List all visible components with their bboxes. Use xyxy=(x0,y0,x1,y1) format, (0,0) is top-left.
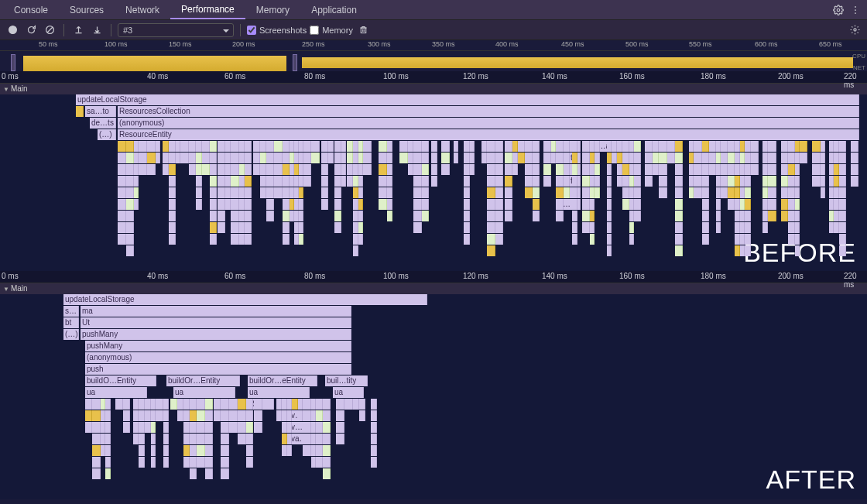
flame-sliver[interactable] xyxy=(254,410,262,421)
flame-sliver[interactable] xyxy=(239,234,245,245)
flame-sliver[interactable] xyxy=(788,141,795,152)
flame-sliver[interactable] xyxy=(512,141,518,152)
flame-sliver[interactable] xyxy=(762,153,768,163)
flame-sliver[interactable] xyxy=(572,234,577,245)
flame-block[interactable]: buildOr…eEntity xyxy=(248,375,317,386)
flame-sliver[interactable] xyxy=(634,199,641,210)
flame-sliver[interactable] xyxy=(464,234,470,245)
flame-sliver[interactable] xyxy=(495,211,503,221)
flame-sliver[interactable] xyxy=(282,434,287,444)
flame-sliver[interactable] xyxy=(190,457,197,468)
flame-sliver[interactable] xyxy=(533,176,540,187)
flame-sliver[interactable] xyxy=(795,245,800,256)
flame-sliver[interactable] xyxy=(607,176,612,187)
flame-sliver[interactable] xyxy=(839,153,846,163)
main-thread-label[interactable]: Main xyxy=(0,84,867,94)
flame-sliver[interactable] xyxy=(246,422,253,433)
flame-sliver[interactable] xyxy=(728,199,735,210)
flame-sliver[interactable] xyxy=(341,141,346,152)
flame-sliver[interactable] xyxy=(464,153,470,163)
flame-sliver[interactable] xyxy=(221,399,229,410)
flame-sliver[interactable] xyxy=(728,141,735,152)
flame-sliver[interactable] xyxy=(721,187,728,198)
flame-sliver[interactable] xyxy=(745,164,751,175)
flame-sliver[interactable] xyxy=(245,153,252,163)
flame-sliver[interactable] xyxy=(239,164,245,175)
flame-sliver[interactable] xyxy=(834,176,839,187)
flame-sliver[interactable] xyxy=(218,211,225,221)
gear-icon[interactable] xyxy=(830,2,847,19)
flame-sliver[interactable] xyxy=(260,176,266,187)
flame-sliver[interactable] xyxy=(702,199,709,210)
memory-checkbox[interactable]: Memory xyxy=(310,26,353,35)
flame-sliver[interactable] xyxy=(358,199,363,210)
flame-sliver[interactable] xyxy=(572,141,577,152)
flame-sliver[interactable] xyxy=(353,164,358,175)
flame-sliver[interactable] xyxy=(525,141,533,152)
flame-sliver[interactable] xyxy=(231,187,239,198)
flame-sliver[interactable] xyxy=(590,222,595,233)
flame-sliver[interactable] xyxy=(702,234,709,245)
flame-sliver[interactable] xyxy=(634,176,641,187)
flame-sliver[interactable] xyxy=(622,164,629,175)
flame-sliver[interactable] xyxy=(487,187,495,198)
flame-sliver[interactable] xyxy=(169,153,176,163)
flame-sliver[interactable] xyxy=(303,399,311,410)
flame-sliver[interactable] xyxy=(533,199,540,210)
flame-sliver[interactable] xyxy=(702,153,709,163)
flame-sliver[interactable] xyxy=(202,141,210,152)
flame-sliver[interactable] xyxy=(487,245,495,256)
flame-sliver[interactable] xyxy=(303,176,311,187)
flame-block[interactable]: pushMany xyxy=(85,341,351,351)
flame-block[interactable]: (anonymous) xyxy=(85,352,351,363)
flame-sliver[interactable] xyxy=(218,187,225,198)
flame-sliver[interactable] xyxy=(675,164,683,175)
flame-sliver[interactable] xyxy=(762,164,768,175)
flame-sliver[interactable] xyxy=(92,468,101,479)
flame-sliver[interactable] xyxy=(464,141,470,152)
flame-sliver[interactable] xyxy=(299,187,303,198)
flame-sliver[interactable] xyxy=(190,445,197,456)
flame-sliver[interactable] xyxy=(629,222,634,233)
flame-sliver[interactable] xyxy=(202,153,210,163)
flame-sliver[interactable] xyxy=(834,164,839,175)
flame-sliver[interactable] xyxy=(126,187,134,198)
flame-sliver[interactable] xyxy=(387,153,392,163)
flame-sliver[interactable] xyxy=(139,410,145,421)
flame-sliver[interactable] xyxy=(197,457,205,468)
flame-sliver[interactable] xyxy=(582,211,590,221)
flame-sliver[interactable] xyxy=(582,153,590,163)
flame-sliver[interactable] xyxy=(276,399,282,410)
flame-sliver[interactable] xyxy=(353,211,358,221)
flame-sliver[interactable] xyxy=(105,434,111,444)
flame-sliver[interactable] xyxy=(245,176,252,187)
flame-sliver[interactable] xyxy=(218,176,225,187)
flame-sliver[interactable] xyxy=(358,211,363,221)
flame-sliver[interactable] xyxy=(316,457,323,468)
flame-sliver[interactable] xyxy=(190,434,197,444)
flame-sliver[interactable] xyxy=(399,153,408,163)
flame-sliver[interactable] xyxy=(751,164,759,175)
flame-sliver[interactable] xyxy=(126,199,134,210)
flame-sliver[interactable] xyxy=(126,164,134,175)
flame-sliver[interactable] xyxy=(323,468,331,479)
flame-sliver[interactable] xyxy=(795,176,800,187)
flame-sliver[interactable] xyxy=(334,141,341,152)
flame-sliver[interactable] xyxy=(147,153,156,163)
flame-sliver[interactable] xyxy=(694,164,702,175)
flame-sliver[interactable] xyxy=(675,153,683,163)
flame-sliver[interactable] xyxy=(283,199,290,210)
flame-block[interactable]: ua xyxy=(333,387,364,398)
flame-sliver[interactable] xyxy=(487,199,495,210)
flame-sliver[interactable] xyxy=(795,187,800,198)
kebab-icon[interactable] xyxy=(847,2,864,19)
flame-sliver[interactable] xyxy=(334,153,341,163)
flame-sliver[interactable] xyxy=(622,176,629,187)
flame-sliver[interactable] xyxy=(543,164,551,175)
flame-sliver[interactable] xyxy=(163,410,169,421)
flame-sliver[interactable] xyxy=(239,176,245,187)
record-icon[interactable] xyxy=(5,22,20,38)
flame-sliver[interactable] xyxy=(607,211,612,221)
flame-sliver[interactable] xyxy=(762,222,768,233)
flame-block[interactable]: buil…tity xyxy=(325,375,368,386)
